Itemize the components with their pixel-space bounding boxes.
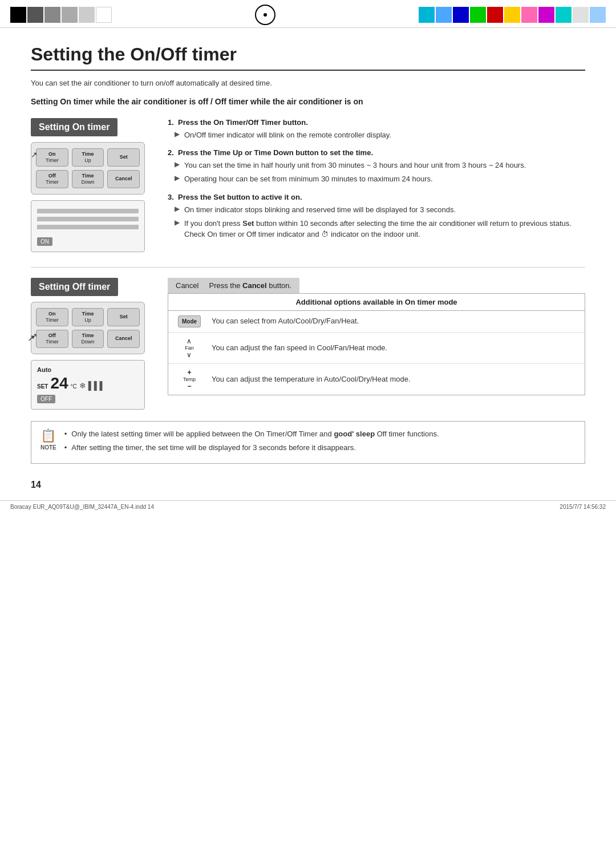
step-1-bold: On Timer/Off Timer button bbox=[213, 118, 306, 127]
color-bar-blue bbox=[453, 7, 469, 23]
mode-icon-box: Mode bbox=[178, 315, 201, 327]
footer-date-info: 2015/7/7 14:56:32 bbox=[560, 504, 606, 510]
subtitle: Setting On timer while the air condition… bbox=[31, 96, 585, 108]
display-line-2 bbox=[37, 217, 139, 221]
off-timer-btn[interactable]: Off Timer bbox=[36, 170, 68, 188]
bullet-arrow-icon: ▶ bbox=[175, 130, 180, 141]
step-3: 3. Press the Set button to active it on.… bbox=[168, 193, 585, 240]
on-indicator: ON bbox=[37, 237, 52, 246]
options-row-temp: + Temp − You can adjust the temperature … bbox=[168, 364, 585, 395]
time-up-btn[interactable]: Time Up bbox=[72, 148, 104, 167]
note-bullet-2-text: After setting the timer, the set time wi… bbox=[71, 442, 356, 454]
color-bar-red bbox=[487, 7, 503, 23]
step-3-bullet-2: ▶ If you don't press Set button within 1… bbox=[168, 218, 585, 240]
off-set-btn-label: Set bbox=[120, 314, 128, 320]
off-time-down-btn[interactable]: Time Down bbox=[72, 330, 104, 348]
temp-minus-icon: − bbox=[187, 382, 191, 390]
time-down-btn[interactable]: Time Down bbox=[72, 170, 104, 188]
off-on-timer-btn-top: On bbox=[48, 311, 56, 317]
bullet-arrow-icon-3: ▶ bbox=[175, 174, 180, 185]
step-3-bold: Set button to active it on bbox=[213, 193, 300, 201]
set-btn-label: Set bbox=[120, 154, 128, 160]
temp-num: 24 bbox=[50, 375, 68, 391]
intro-text: You can set the air conditioner to turn … bbox=[31, 79, 585, 87]
step-3-bullet-1-text: On timer indicator stops blinking and re… bbox=[184, 205, 456, 216]
page-title: Setting the On/Off timer bbox=[31, 44, 585, 71]
fan-arrow-down-icon: ∨ bbox=[187, 351, 192, 359]
options-row-mode: Mode You can select from Auto/Cool/Dry/F… bbox=[168, 311, 585, 333]
color-bar-yellow bbox=[504, 7, 520, 23]
options-table-header: Additional options available in On timer… bbox=[168, 294, 585, 311]
off-timer-btn-2[interactable]: ↗ Off Timer bbox=[36, 330, 68, 348]
on-timer-remote-grid: On Timer Time Up Set Off bbox=[36, 148, 140, 188]
bullet-arrow-icon-5: ▶ bbox=[175, 218, 180, 240]
step-2-bullet-1: ▶ You can set the time in half hourly un… bbox=[168, 160, 585, 171]
page-content: Setting the On/Off timer You can set the… bbox=[0, 28, 616, 480]
time-up-btn-top: Time bbox=[82, 151, 94, 157]
reg-box-black bbox=[10, 7, 26, 23]
step-2: 2. Press the Time Up or Time Down button… bbox=[168, 148, 585, 185]
set-text: SET bbox=[37, 383, 48, 390]
fan-icon-box: ∧ Fan ∨ bbox=[185, 337, 194, 359]
off-on-timer-btn-bot: Timer bbox=[46, 317, 59, 323]
note-label: NOTE bbox=[40, 444, 56, 451]
footer: Boracay EUR_AQ09T&U@_IBIM_32447A_EN-4.in… bbox=[0, 500, 616, 513]
off-cancel-btn[interactable]: Cancel bbox=[107, 330, 140, 348]
off-timer-left: Setting Off timer On Timer Time Up bbox=[31, 278, 151, 410]
on-timer-display: ON bbox=[31, 200, 145, 252]
cancel-label-bold: Cancel bbox=[242, 281, 267, 290]
cancel-label-plain: Cancel Press the bbox=[176, 281, 242, 290]
bullet-arrow-icon-4: ▶ bbox=[175, 205, 180, 216]
off-timer-remote-wrapper: On Timer Time Up Set ↗ Of bbox=[31, 302, 151, 354]
step-2-bold1: Time Up bbox=[213, 148, 242, 157]
color-bar-blue-light bbox=[436, 7, 452, 23]
time-down-btn-bot: Down bbox=[81, 179, 94, 185]
off-set-btn[interactable]: Set bbox=[107, 308, 140, 326]
off-timer-btn-bot-2: Timer bbox=[46, 339, 59, 345]
set-btn[interactable]: Set bbox=[107, 148, 140, 167]
off-timer-section: Setting Off timer On Timer Time Up bbox=[31, 278, 585, 410]
step-1-bullet-1: ▶ On/Off timer indicator will blink on t… bbox=[168, 130, 585, 141]
off-on-timer-btn[interactable]: On Timer bbox=[36, 308, 68, 326]
cancel-row: Cancel Press the Cancel button. bbox=[168, 278, 585, 293]
on-timer-section: Setting On timer On Timer Time Up bbox=[31, 118, 585, 256]
color-bar-light bbox=[573, 7, 589, 23]
color-bar-cyan bbox=[419, 7, 435, 23]
display-set-row: SET 24 °C ❄ ▌▌▌ bbox=[37, 375, 139, 391]
fan-arrow-up-icon: ∧ bbox=[187, 337, 192, 345]
off-timer-btn-bot: Timer bbox=[46, 179, 59, 185]
note-bullet-dot-1: • bbox=[64, 428, 67, 440]
reg-box-mid-gray bbox=[44, 7, 60, 23]
off-indicator: OFF bbox=[37, 395, 55, 403]
on-timer-remote: On Timer Time Up Set Off bbox=[31, 142, 145, 195]
registration-marks-left bbox=[10, 7, 112, 23]
temp-icon-box: + Temp − bbox=[183, 369, 196, 390]
auto-label: Auto bbox=[37, 366, 139, 373]
reg-box-white bbox=[96, 7, 112, 23]
footer-file-info: Boracay EUR_AQ09T&U@_IBIM_32447A_EN-4.in… bbox=[10, 504, 154, 510]
bullet-arrow-icon-2: ▶ bbox=[175, 160, 180, 171]
display-icons: ❄ ▌▌▌ bbox=[79, 381, 106, 390]
color-bars-right bbox=[419, 7, 606, 23]
off-time-up-btn[interactable]: Time Up bbox=[72, 308, 104, 326]
off-timer-right: Cancel Press the Cancel button. Addition… bbox=[168, 278, 585, 410]
color-bar-teal bbox=[556, 7, 572, 23]
cancel-btn[interactable]: Cancel bbox=[107, 170, 140, 188]
registration-circle-center bbox=[255, 5, 275, 25]
display-line-3 bbox=[37, 225, 139, 229]
off-time-down-btn-top: Time bbox=[82, 333, 94, 339]
fan-label: Fan bbox=[185, 345, 194, 351]
step-3-header: 3. Press the Set button to active it on. bbox=[168, 193, 585, 201]
step-2-header: 2. Press the Time Up or Time Down button… bbox=[168, 148, 585, 157]
temp-unit: °C bbox=[71, 383, 77, 390]
note-document-icon: 📋 bbox=[40, 428, 56, 443]
note-content: • Only the latest setting timer will be … bbox=[64, 428, 439, 456]
mode-icon-label: Mode bbox=[182, 318, 197, 325]
cancel-bar: Cancel Press the Cancel button. bbox=[168, 278, 299, 293]
header-bar bbox=[0, 0, 616, 28]
off-time-up-btn-top: Time bbox=[82, 311, 94, 317]
on-timer-btn[interactable]: On Timer bbox=[36, 148, 68, 167]
note-bullet-1: • Only the latest setting timer will be … bbox=[64, 428, 439, 440]
on-timer-remote-wrapper: On Timer Time Up Set Off bbox=[31, 142, 151, 195]
temp-icon-cell: + Temp − bbox=[175, 369, 204, 390]
